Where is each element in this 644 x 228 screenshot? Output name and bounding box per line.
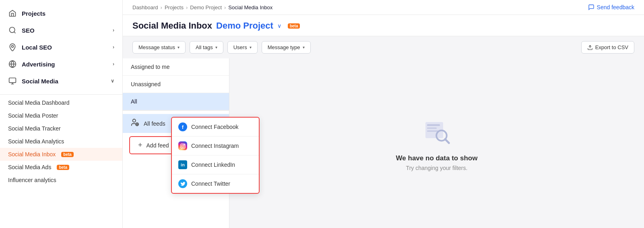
sidebar-item-social-media-tracker[interactable]: Social Media Tracker bbox=[0, 122, 122, 135]
social-connect-dropdown: f Connect Facebook Connect Instagram in … bbox=[171, 117, 260, 194]
svg-line-19 bbox=[445, 139, 449, 143]
send-feedback-label: Send feedback bbox=[597, 4, 634, 10]
message-type-filter[interactable]: Message type ▾ bbox=[262, 41, 311, 54]
plus-icon: + bbox=[138, 141, 142, 149]
assignment-all[interactable]: All bbox=[123, 93, 229, 110]
breadcrumb: Dashboard › Projects › Demo Project › So… bbox=[132, 4, 272, 10]
project-link[interactable]: Demo Project bbox=[216, 21, 273, 31]
instagram-icon bbox=[178, 141, 187, 150]
sidebar-local-seo-label: Local SEO bbox=[22, 44, 52, 51]
main-content: Dashboard › Projects › Demo Project › So… bbox=[123, 0, 644, 228]
home-icon bbox=[8, 9, 17, 18]
svg-rect-5 bbox=[9, 78, 16, 83]
page-title-row: Social Media Inbox Demo Project ∨ beta bbox=[132, 21, 634, 31]
breadcrumb-sep-2: › bbox=[186, 4, 188, 10]
chevron-right-icon: › bbox=[113, 27, 114, 33]
sidebar: Projects SEO › Local SEO › Advertising › bbox=[0, 0, 123, 228]
seo-icon bbox=[8, 26, 17, 35]
ads-beta-badge: beta bbox=[57, 165, 69, 170]
sidebar-item-local-seo[interactable]: Local SEO › bbox=[0, 39, 122, 56]
empty-illustration bbox=[421, 116, 453, 148]
export-csv-button[interactable]: Export to CSV bbox=[581, 41, 634, 54]
connect-instagram-item[interactable]: Connect Instagram bbox=[172, 137, 259, 155]
all-tags-filter[interactable]: All tags ▾ bbox=[190, 41, 223, 54]
chevron-right-icon: › bbox=[113, 61, 114, 67]
sidebar-seo-label: SEO bbox=[22, 27, 35, 34]
sidebar-item-social-media-ads[interactable]: Social Media Ads beta bbox=[0, 161, 122, 174]
sidebar-projects-label: Projects bbox=[22, 10, 45, 17]
header-beta-badge: beta bbox=[288, 23, 300, 29]
add-feed-label: Add feed bbox=[147, 142, 169, 149]
empty-title: We have no data to show bbox=[396, 154, 478, 162]
twitter-icon bbox=[178, 179, 187, 188]
message-status-filter[interactable]: Message status ▾ bbox=[132, 41, 186, 54]
filter-bar: Message status ▾ All tags ▾ Users ▾ Mess… bbox=[123, 36, 644, 58]
sidebar-advertising-label: Advertising bbox=[22, 61, 55, 68]
svg-rect-17 bbox=[427, 130, 438, 131]
svg-point-0 bbox=[10, 27, 15, 33]
left-panel: Assigned to me Unassigned All All feeds bbox=[123, 58, 229, 228]
svg-point-13 bbox=[184, 144, 184, 145]
sidebar-item-social-media-analytics[interactable]: Social Media Analytics bbox=[0, 135, 122, 148]
all-feeds-icon bbox=[131, 118, 140, 129]
connect-twitter-item[interactable]: Connect Twitter bbox=[172, 174, 259, 193]
chevron-right-icon: › bbox=[113, 44, 114, 50]
facebook-icon: f bbox=[178, 122, 187, 131]
breadcrumb-projects[interactable]: Projects bbox=[165, 4, 184, 10]
sidebar-item-social-media[interactable]: Social Media ∨ bbox=[0, 73, 122, 89]
svg-line-1 bbox=[14, 32, 16, 33]
users-filter[interactable]: Users ▾ bbox=[227, 41, 258, 54]
advertising-icon bbox=[8, 60, 17, 68]
empty-subtitle: Try changing your filters. bbox=[406, 165, 468, 171]
chevron-down-icon: ▾ bbox=[250, 45, 252, 50]
chevron-down-icon: ▾ bbox=[215, 45, 217, 50]
svg-point-9 bbox=[133, 119, 136, 122]
sidebar-item-social-media-dashboard[interactable]: Social Media Dashboard bbox=[0, 96, 122, 109]
chevron-down-icon: ▾ bbox=[303, 45, 305, 50]
sidebar-item-advertising[interactable]: Advertising › bbox=[0, 56, 122, 73]
sidebar-item-social-media-inbox[interactable]: Social Media Inbox beta bbox=[0, 148, 122, 161]
page-header: Social Media Inbox Demo Project ∨ beta bbox=[123, 15, 644, 36]
page-title: Social Media Inbox bbox=[132, 21, 212, 31]
assignment-assigned-to-me[interactable]: Assigned to me bbox=[123, 58, 229, 76]
svg-rect-15 bbox=[427, 124, 440, 126]
breadcrumb-sep-3: › bbox=[224, 4, 226, 10]
connect-linkedin-item[interactable]: in Connect LinkedIn bbox=[172, 155, 259, 174]
breadcrumb-sep-1: › bbox=[161, 4, 162, 10]
chevron-down-icon: ▾ bbox=[178, 45, 180, 50]
sidebar-item-influencer-analytics[interactable]: Influencer analytics bbox=[0, 174, 122, 187]
svg-point-12 bbox=[182, 145, 184, 147]
linkedin-icon: in bbox=[178, 160, 187, 169]
assignment-list: Assigned to me Unassigned All bbox=[123, 58, 229, 111]
breadcrumb-dashboard[interactable]: Dashboard bbox=[132, 4, 158, 10]
content-area: Assigned to me Unassigned All All feeds bbox=[123, 58, 644, 228]
all-feeds-label: All feeds bbox=[144, 120, 165, 127]
sidebar-social-media-label: Social Media bbox=[22, 78, 58, 85]
connect-facebook-item[interactable]: f Connect Facebook bbox=[172, 118, 259, 137]
assignment-unassigned[interactable]: Unassigned bbox=[123, 76, 229, 93]
sidebar-main-nav: Projects SEO › Local SEO › Advertising › bbox=[0, 0, 122, 95]
sidebar-item-social-media-poster[interactable]: Social Media Poster bbox=[0, 109, 122, 122]
breadcrumb-demo-project[interactable]: Demo Project bbox=[190, 4, 222, 10]
export-csv-label: Export to CSV bbox=[595, 44, 628, 50]
send-feedback-button[interactable]: Send feedback bbox=[588, 4, 634, 10]
inbox-beta-badge: beta bbox=[61, 152, 74, 157]
sidebar-item-seo[interactable]: SEO › bbox=[0, 22, 122, 39]
breadcrumb-current: Social Media Inbox bbox=[228, 4, 272, 10]
sidebar-item-projects[interactable]: Projects bbox=[0, 5, 122, 22]
top-bar: Dashboard › Projects › Demo Project › So… bbox=[123, 0, 644, 15]
social-media-icon bbox=[8, 77, 17, 85]
project-dropdown-arrow[interactable]: ∨ bbox=[277, 23, 281, 29]
chevron-down-icon: ∨ bbox=[111, 78, 114, 84]
empty-state: We have no data to show Try changing you… bbox=[229, 58, 644, 228]
svg-point-2 bbox=[12, 46, 14, 48]
local-seo-icon bbox=[8, 43, 17, 52]
svg-rect-16 bbox=[427, 127, 437, 129]
social-media-subnav: Social Media Dashboard Social Media Post… bbox=[0, 95, 122, 188]
